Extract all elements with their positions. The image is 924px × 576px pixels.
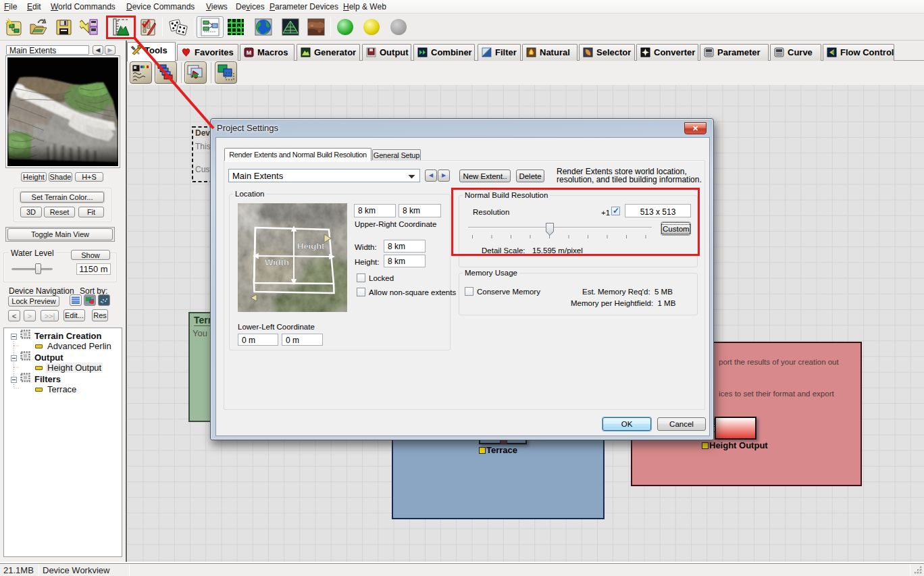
svg-text:Height: Height bbox=[297, 241, 325, 251]
svg-text:Width: Width bbox=[265, 257, 289, 267]
svg-text:M: M bbox=[247, 49, 252, 56]
